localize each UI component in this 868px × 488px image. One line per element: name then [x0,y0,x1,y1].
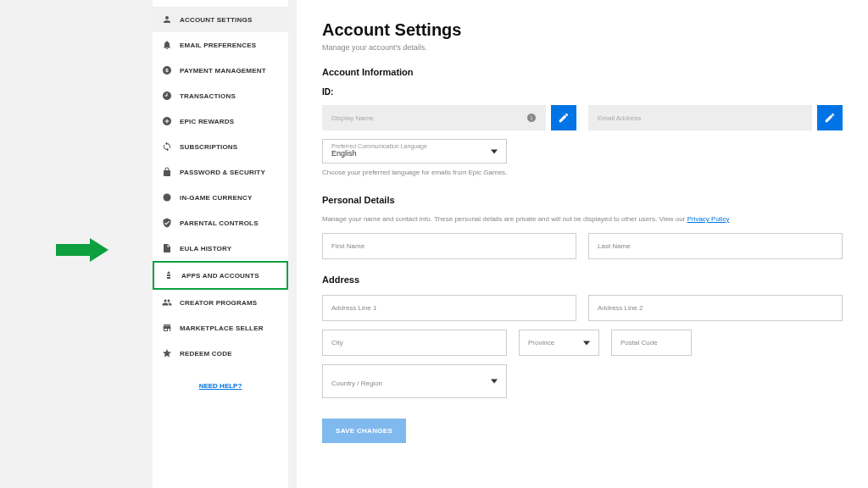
address-heading: Address [322,274,843,285]
sidebar-item-label: EPIC REWARDS [180,118,234,125]
svg-point-2 [164,194,171,202]
sidebar-item-marketplace-seller[interactable]: MARKETPLACE SELLER [153,315,288,341]
personal-desc: Manage your name and contact info. These… [322,215,843,223]
sidebar-item-label: APPS AND ACCOUNTS [181,272,259,280]
country-label: Country / Region [331,380,382,387]
sidebar-item-creator-programs[interactable]: CREATOR PROGRAMS [153,290,288,315]
language-hint: Choose your preferred language for email… [322,169,843,176]
sidebar-item-label: IN-GAME CURRENCY [180,194,252,202]
star-icon [161,347,173,359]
page-subtitle: Manage your account's details. [322,43,843,52]
sidebar-item-label: CREATOR PROGRAMS [180,299,257,307]
dollar-icon: $ [161,64,173,76]
svg-text:$: $ [165,68,169,73]
sidebar-item-email-preferences[interactable]: EMAIL PREFERENCES [153,32,288,58]
province-select[interactable]: Province [519,330,599,356]
postal-code-input[interactable]: Postal Code [611,330,692,356]
highlight-arrow [90,238,108,262]
sidebar-item-label: ACCOUNT SETTINGS [180,16,252,24]
sidebar-item-label: EULA HISTORY [180,245,231,252]
sidebar-item-eula-history[interactable]: EULA HISTORY [153,236,288,261]
sidebar-item-label: REDEEM CODE [180,350,232,358]
sidebar-item-label: PASSWORD & SECURITY [180,169,265,176]
bell-icon [161,39,173,51]
person-icon [161,14,173,25]
language-select[interactable]: Preferred Communication Language English [322,139,507,164]
email-field: Email Address [588,105,812,130]
personal-details-heading: Personal Details [322,195,843,205]
city-input[interactable]: City [322,330,507,356]
sidebar-item-label: TRANSACTIONS [180,92,236,100]
clock-icon [161,90,173,102]
sidebar-item-label: PARENTAL CONTROLS [180,219,259,227]
info-icon[interactable] [526,113,537,123]
sidebar-item-apps-and-accounts[interactable]: APPS AND ACCOUNTS [153,261,288,290]
sidebar-item-parental-controls[interactable]: PARENTAL CONTROLS [153,210,288,236]
need-help-link[interactable]: NEED HELP? [153,376,288,391]
store-icon [161,322,173,334]
sidebar-item-label: PAYMENT MANAGEMENT [180,67,266,75]
sidebar-item-account-settings[interactable]: ACCOUNT SETTINGS [153,7,288,32]
sidebar-item-in-game-currency[interactable]: IN-GAME CURRENCY [153,185,288,210]
country-select[interactable]: Country / Region [322,364,507,398]
sidebar-item-epic-rewards[interactable]: EPIC REWARDS [153,108,288,134]
lock-icon [161,166,173,178]
sidebar-item-redeem-code[interactable]: REDEEM CODE [153,341,288,366]
sidebar-item-label: SUBSCRIPTIONS [180,143,237,151]
account-info-heading: Account Information [322,67,843,77]
language-value: English [331,149,498,158]
address-line-2-input[interactable]: Address Line 2 [588,295,843,321]
plus-circle-icon [161,115,173,127]
page-title: Account Settings [322,20,843,40]
sidebar-item-password-security[interactable]: PASSWORD & SECURITY [153,159,288,185]
address-line-1-input[interactable]: Address Line 1 [322,295,576,321]
language-label: Preferred Communication Language [331,143,498,149]
refresh-icon [161,141,173,152]
first-name-input[interactable]: First Name [322,233,576,259]
apps-icon [163,269,175,281]
sidebar-item-label: MARKETPLACE SELLER [180,324,264,332]
need-help-text[interactable]: NEED HELP? [199,382,242,390]
sidebar: ACCOUNT SETTINGS EMAIL PREFERENCES $ PAY… [153,0,288,488]
sidebar-item-subscriptions[interactable]: SUBSCRIPTIONS [153,134,288,159]
id-label: ID: [322,87,843,97]
shield-icon [161,217,173,229]
chevron-down-icon [491,380,498,384]
coin-icon [161,191,173,203]
privacy-policy-link[interactable]: Privacy Policy [687,215,730,223]
sidebar-item-label: EMAIL PREFERENCES [180,42,256,49]
save-changes-button[interactable]: SAVE CHANGES [322,419,406,443]
email-placeholder: Email Address [598,114,641,122]
edit-email-button[interactable] [817,105,843,130]
display-name-field: Display Name [322,105,546,130]
people-icon [161,297,173,308]
sidebar-item-payment-management[interactable]: $ PAYMENT MANAGEMENT [153,58,288,83]
document-icon [161,242,173,254]
chevron-down-icon [491,149,498,153]
chevron-down-icon [583,341,590,345]
edit-display-name-button[interactable] [551,105,576,130]
main-content: Account Settings Manage your account's d… [297,0,868,488]
display-name-placeholder: Display Name [331,114,374,122]
last-name-input[interactable]: Last Name [588,233,843,259]
sidebar-item-transactions[interactable]: TRANSACTIONS [153,83,288,108]
